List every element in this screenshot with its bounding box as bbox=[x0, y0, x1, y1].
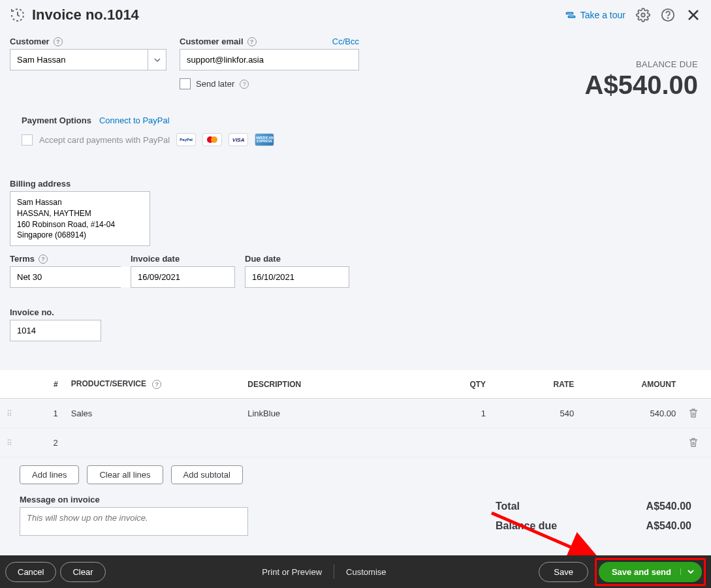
accept-cards-checkbox[interactable] bbox=[22, 134, 33, 146]
total-label: Total bbox=[496, 501, 520, 512]
customer-field: Customer ? bbox=[10, 37, 166, 70]
row-qty[interactable]: 1 bbox=[418, 399, 492, 428]
col-num: # bbox=[27, 370, 65, 399]
trash-icon[interactable] bbox=[689, 408, 704, 418]
balance-due-label: Balance due bbox=[496, 520, 557, 532]
balance-due-value: A$540.00 bbox=[646, 520, 691, 532]
mastercard-icon bbox=[202, 133, 222, 146]
balance-due-block: BALANCE DUE A$540.00 bbox=[585, 37, 701, 100]
help-icon[interactable]: ? bbox=[240, 80, 249, 89]
header-bar: Invoice no.1014 Take a tour bbox=[0, 0, 711, 30]
print-preview-link[interactable]: Print or Preview bbox=[250, 567, 334, 577]
cancel-button[interactable]: Cancel bbox=[5, 562, 56, 582]
chevron-down-icon[interactable] bbox=[148, 50, 166, 70]
footer-bar: Cancel Clear Print or Preview Customise … bbox=[0, 555, 711, 588]
send-later-label: Send later bbox=[196, 79, 234, 89]
send-later-checkbox[interactable] bbox=[180, 78, 191, 89]
annotation-highlight: Save and send bbox=[595, 558, 706, 586]
svg-rect-1 bbox=[568, 16, 575, 18]
col-qty: QTY bbox=[418, 370, 492, 399]
customer-combo[interactable] bbox=[10, 49, 166, 70]
ccbcc-link[interactable]: Cc/Bcc bbox=[332, 37, 359, 46]
clear-lines-button[interactable]: Clear all lines bbox=[87, 465, 163, 484]
table-row[interactable]: ⠿ 2 bbox=[0, 428, 711, 457]
invoice-date-input[interactable] bbox=[131, 266, 235, 288]
invoice-no-label: Invoice no. bbox=[10, 307, 54, 317]
email-label: Customer email bbox=[180, 37, 244, 46]
col-desc: DESCRIPTION bbox=[241, 370, 417, 399]
balance-label: BALANCE DUE bbox=[585, 59, 698, 69]
row-num: 1 bbox=[27, 399, 65, 428]
row-rate[interactable]: 540 bbox=[492, 399, 580, 428]
take-tour-link[interactable]: Take a tour bbox=[565, 9, 625, 21]
row-num: 2 bbox=[27, 428, 65, 457]
amex-icon: AMERICANEXPRESS bbox=[255, 133, 274, 146]
help-icon[interactable]: ? bbox=[247, 37, 257, 46]
save-and-send-button[interactable]: Save and send bbox=[599, 562, 702, 582]
customer-input[interactable] bbox=[10, 50, 148, 70]
row-desc[interactable]: LinkBlue bbox=[241, 399, 417, 428]
add-lines-button[interactable]: Add lines bbox=[20, 465, 79, 484]
add-subtotal-button[interactable]: Add subtotal bbox=[171, 465, 243, 484]
row-amount[interactable] bbox=[580, 428, 682, 457]
totals-block: Total A$540.00 Balance due A$540.00 bbox=[496, 497, 691, 536]
page-title: Invoice no.1014 bbox=[32, 7, 139, 23]
svg-point-2 bbox=[641, 13, 645, 17]
col-amount: AMOUNT bbox=[580, 370, 682, 399]
help-icon[interactable]: ? bbox=[54, 37, 63, 46]
customise-link[interactable]: Customise bbox=[334, 567, 398, 577]
table-row[interactable]: ⠿ 1 Sales LinkBlue 1 540 540.00 bbox=[0, 399, 711, 428]
message-label: Message on invoice bbox=[20, 495, 100, 504]
billing-label: Billing address bbox=[10, 179, 71, 189]
clear-button[interactable]: Clear bbox=[60, 562, 105, 582]
accept-cards-label: Accept card payments with PayPal bbox=[39, 135, 170, 145]
help-icon[interactable]: ? bbox=[152, 380, 161, 389]
history-icon[interactable] bbox=[10, 7, 25, 23]
svg-point-4 bbox=[668, 18, 669, 18]
col-rate: RATE bbox=[492, 370, 580, 399]
chevron-down-icon[interactable] bbox=[680, 568, 694, 575]
row-product[interactable] bbox=[65, 428, 241, 457]
trash-icon[interactable] bbox=[689, 437, 704, 448]
help-icon[interactable]: ? bbox=[39, 255, 48, 264]
row-qty[interactable] bbox=[418, 428, 492, 457]
gear-icon[interactable] bbox=[636, 8, 650, 22]
email-field-group: Customer email ? Cc/Bcc Send later ? bbox=[180, 37, 359, 89]
customer-label: Customer bbox=[10, 37, 50, 46]
terms-label: Terms bbox=[10, 254, 35, 264]
row-rate[interactable] bbox=[492, 428, 580, 457]
drag-handle-icon[interactable]: ⠿ bbox=[7, 439, 12, 448]
balance-amount: A$540.00 bbox=[585, 70, 698, 100]
svg-rect-0 bbox=[566, 12, 573, 14]
payment-options-label: Payment Options bbox=[22, 116, 91, 125]
row-product[interactable]: Sales bbox=[65, 399, 241, 428]
terms-input[interactable] bbox=[10, 267, 133, 287]
help-icon[interactable] bbox=[661, 8, 675, 22]
visa-icon: VISA bbox=[229, 133, 248, 146]
drag-handle-icon[interactable]: ⠿ bbox=[7, 409, 12, 418]
row-amount[interactable]: 540.00 bbox=[580, 399, 682, 428]
message-input[interactable] bbox=[20, 507, 248, 536]
close-icon[interactable] bbox=[686, 7, 701, 23]
invoice-no-input[interactable] bbox=[10, 320, 101, 341]
billing-address-input[interactable] bbox=[10, 191, 150, 246]
paypal-card-icon: PayPal bbox=[176, 133, 196, 146]
due-date-label: Due date bbox=[245, 254, 281, 264]
email-input[interactable] bbox=[180, 49, 359, 70]
row-desc[interactable] bbox=[241, 428, 417, 457]
save-button[interactable]: Save bbox=[539, 562, 588, 582]
due-date-input[interactable] bbox=[245, 266, 349, 288]
terms-combo[interactable] bbox=[10, 266, 121, 288]
col-product: PRODUCT/SERVICE ? bbox=[65, 370, 241, 399]
connect-paypal-link[interactable]: Connect to PayPal bbox=[99, 116, 170, 125]
total-value: A$540.00 bbox=[646, 501, 691, 512]
line-items-table: # PRODUCT/SERVICE ? DESCRIPTION QTY RATE… bbox=[0, 370, 711, 457]
invoice-date-label: Invoice date bbox=[131, 254, 180, 264]
